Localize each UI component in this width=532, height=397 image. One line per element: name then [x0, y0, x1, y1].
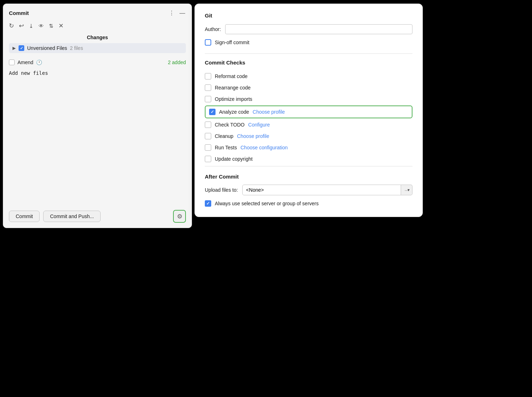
author-input[interactable]	[225, 24, 412, 34]
check-item-optimize: Optimize imports	[205, 93, 412, 105]
runtests-choose-config-link[interactable]: Choose configuration	[240, 145, 288, 150]
close-icon[interactable]: ✕	[59, 22, 64, 30]
cleanup-choose-profile-link[interactable]: Choose profile	[237, 133, 269, 139]
refresh-icon[interactable]: ↻	[9, 22, 14, 30]
header-actions: ⋮ —	[168, 9, 186, 17]
signoff-checkbox[interactable]	[205, 39, 211, 46]
commit-message[interactable]: Add new files	[3, 69, 192, 206]
commit-checks-label: Commit Checks	[205, 60, 412, 66]
check-item-rearrange: Rearrange code	[205, 82, 412, 93]
always-use-row: Always use selected server or group of s…	[205, 200, 412, 207]
git-section-title: Git	[205, 12, 412, 19]
optimize-checkbox[interactable]	[205, 96, 211, 102]
todo-checkbox[interactable]	[205, 122, 211, 128]
always-use-checkbox[interactable]	[205, 200, 211, 207]
upload-select-wrapper: <None> ▾ ···	[242, 185, 412, 195]
upload-row: Upload files to: <None> ▾ ···	[205, 185, 412, 195]
reformat-label: Reformat code	[215, 73, 248, 79]
clock-icon[interactable]: 🕐	[36, 60, 42, 65]
divider-2	[205, 166, 412, 166]
gear-icon: ⚙	[177, 213, 182, 220]
copyright-label: Update copyright	[215, 156, 253, 162]
todo-configure-link[interactable]: Configure	[248, 122, 270, 128]
check-item-runtests: Run Tests Choose configuration	[205, 142, 412, 153]
analyze-checkbox[interactable]	[209, 109, 216, 115]
signoff-row: Sign-off commit	[205, 39, 412, 46]
upload-label: Upload files to:	[205, 187, 238, 193]
upload-select-value: <None>	[246, 187, 264, 193]
commit-buttons: Commit Commit and Push... ⚙	[3, 206, 192, 228]
reformat-checkbox[interactable]	[205, 73, 211, 79]
amend-checkbox[interactable]	[9, 60, 15, 65]
amend-row: Amend 🕐 2 added	[3, 56, 192, 69]
check-item-cleanup: Cleanup Choose profile	[205, 130, 412, 142]
author-label: Author:	[205, 26, 221, 32]
cleanup-checkbox[interactable]	[205, 133, 211, 139]
git-panel: Git Author: Sign-off commit Commit Check…	[194, 4, 423, 217]
file-name: Unversioned Files	[27, 45, 67, 51]
upload-select[interactable]: <None> ▾	[242, 185, 401, 195]
eye-icon[interactable]: 👁	[39, 23, 44, 29]
unversioned-files-checkbox[interactable]	[19, 45, 24, 51]
added-count: 2 added	[168, 60, 186, 65]
undo-icon[interactable]: ↩	[19, 22, 24, 30]
commit-title: Commit	[9, 10, 29, 16]
check-item-todo: Check TODO Configure	[205, 119, 412, 130]
amend-label: Amend	[17, 60, 33, 65]
divider	[205, 53, 412, 54]
check-item-reformat: Reformat code	[205, 71, 412, 82]
minimize-button[interactable]: —	[179, 9, 186, 17]
copyright-checkbox[interactable]	[205, 156, 211, 162]
signoff-label: Sign-off commit	[215, 40, 249, 45]
expand-arrow-icon[interactable]: ▶	[12, 46, 16, 51]
check-item-copyright: Update copyright	[205, 153, 412, 165]
toolbar: ↻ ↩ ⤓ 👁 ⇅ ✕	[3, 20, 192, 33]
changes-section: Changes ▶ Unversioned Files 2 files	[3, 33, 192, 56]
commit-push-button[interactable]: Commit and Push...	[43, 211, 101, 222]
author-row: Author:	[205, 24, 412, 34]
commit-button[interactable]: Commit	[9, 211, 40, 222]
rearrange-checkbox[interactable]	[205, 84, 211, 91]
settings-button[interactable]: ⚙	[173, 210, 186, 223]
check-item-analyze: Analyze code Choose profile	[205, 105, 412, 118]
upload-more-button[interactable]: ···	[401, 185, 412, 195]
always-use-label: Always use selected server or group of s…	[215, 201, 319, 206]
analyze-choose-profile-link[interactable]: Choose profile	[253, 109, 285, 115]
rearrange-label: Rearrange code	[215, 85, 250, 91]
runtests-checkbox[interactable]	[205, 144, 211, 151]
changes-label: Changes	[9, 35, 186, 40]
commit-header: Commit ⋮ —	[3, 4, 192, 20]
analyze-label: Analyze code	[219, 109, 249, 115]
file-row: ▶ Unversioned Files 2 files	[9, 43, 186, 53]
runtests-label: Run Tests	[215, 145, 237, 150]
sort-icon[interactable]: ⇅	[49, 23, 54, 29]
after-commit-label: After Commit	[205, 174, 412, 180]
commit-panel: Commit ⋮ — ↻ ↩ ⤓ 👁 ⇅ ✕ Changes ▶ Unversi…	[3, 4, 192, 228]
file-count: 2 files	[70, 45, 83, 51]
cleanup-label: Cleanup	[215, 133, 233, 139]
more-options-button[interactable]: ⋮	[168, 9, 175, 17]
todo-label: Check TODO	[215, 122, 245, 128]
after-commit-section: After Commit Upload files to: <None> ▾ ·…	[205, 174, 412, 207]
download-icon[interactable]: ⤓	[29, 23, 34, 29]
optimize-label: Optimize imports	[215, 96, 252, 102]
